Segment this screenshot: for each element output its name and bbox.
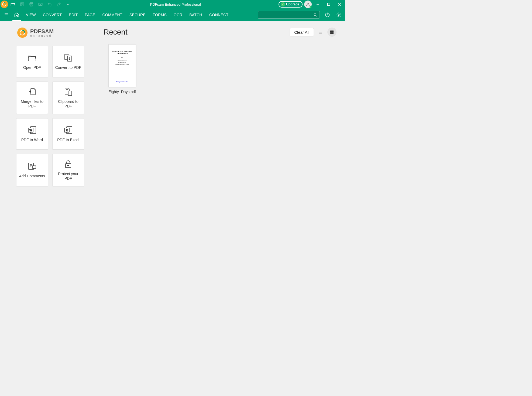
thumb-publisher: Elegant Ebooks <box>116 81 128 83</box>
menu-view[interactable]: VIEW <box>23 11 39 19</box>
action-label: Add Comments <box>19 174 45 179</box>
recent-grid: AROUND THE WORLD IN EIGHTY DAYS BY JULES… <box>104 44 337 94</box>
action-pdf-to-excel[interactable]: X PDF to Excel <box>52 118 84 150</box>
action-pdf-to-word[interactable]: W PDF to Word <box>16 118 48 150</box>
help-icon[interactable] <box>322 10 332 20</box>
email-icon[interactable] <box>36 0 45 9</box>
svg-point-6 <box>307 3 308 4</box>
upgrade-label: Upgrade <box>286 2 299 6</box>
menu-batch[interactable]: BATCH <box>187 11 205 19</box>
menu-secure[interactable]: SECURE <box>127 11 148 19</box>
menu-edit[interactable]: EDIT <box>66 11 80 19</box>
excel-icon: X <box>63 125 73 135</box>
action-convert-to-pdf[interactable]: Convert to PDF <box>52 46 84 77</box>
close-button[interactable] <box>335 0 344 9</box>
convert-icon <box>64 53 73 63</box>
svg-rect-4 <box>30 5 32 6</box>
comments-icon <box>27 161 37 171</box>
clipboard-icon <box>64 87 73 97</box>
action-open-pdf[interactable]: Open PDF <box>16 46 48 77</box>
svg-text:W: W <box>29 129 32 132</box>
redo-icon[interactable] <box>54 0 63 9</box>
menu-comment[interactable]: COMMENT <box>99 11 125 19</box>
svg-line-13 <box>316 16 317 16</box>
check-icon: ✓ <box>281 2 285 6</box>
search-box[interactable] <box>258 11 320 19</box>
folder-open-icon <box>28 53 37 63</box>
brand-name: PDFSAM <box>30 28 54 35</box>
recent-header: Recent Clear All <box>104 28 337 37</box>
home-tab[interactable] <box>11 9 22 21</box>
save-icon[interactable] <box>18 0 26 9</box>
clear-all-button[interactable]: Clear All <box>290 28 314 36</box>
account-avatar[interactable] <box>304 1 312 8</box>
action-protect-pdf[interactable]: ** Protect your PDF <box>52 154 84 186</box>
app-logo-icon <box>1 1 8 8</box>
thumb-by: BY <box>121 57 123 58</box>
svg-point-12 <box>314 13 316 16</box>
open-file-icon[interactable] <box>9 0 17 9</box>
menu-ocr[interactable]: OCR <box>171 11 185 19</box>
svg-rect-1 <box>20 3 24 6</box>
doc-thumbnail: AROUND THE WORLD IN EIGHTY DAYS BY JULES… <box>108 44 136 87</box>
chevron-down-icon[interactable] <box>64 0 72 9</box>
menu-items: VIEW CONVERT EDIT PAGE COMMENT SECURE FO… <box>23 11 231 19</box>
action-add-comments[interactable]: Add Comments <box>16 154 48 186</box>
grid-view-toggle[interactable] <box>327 28 337 37</box>
upgrade-button[interactable]: ✓ Upgrade <box>279 1 303 8</box>
print-icon[interactable] <box>27 0 36 9</box>
menu-connect[interactable]: CONNECT <box>207 11 231 19</box>
svg-rect-18 <box>67 56 72 61</box>
maximize-button[interactable] <box>324 0 333 9</box>
minimize-button[interactable] <box>313 0 322 9</box>
merge-icon <box>28 87 36 97</box>
undo-icon[interactable] <box>45 0 54 9</box>
settings-icon[interactable] <box>334 10 344 20</box>
action-label: PDF to Excel <box>57 138 79 143</box>
action-label: PDF to Word <box>21 138 43 143</box>
search-input[interactable] <box>260 13 313 17</box>
brand-logo-icon <box>17 28 28 38</box>
action-grid: Open PDF Convert to PDF Merge files to P… <box>16 46 87 186</box>
menu-convert[interactable]: CONVERT <box>40 11 64 19</box>
thumb-translator: GEORGE MAKEPEACE TOWLE <box>115 64 129 65</box>
thumb-trans-label: TRANSLATED BY <box>118 62 126 63</box>
status-dot-icon <box>310 6 312 8</box>
hamburger-menu-icon[interactable] <box>2 10 11 20</box>
thumb-title: AROUND THE WORLD IN EIGHTY DAYS <box>111 50 133 55</box>
titlebar: PDFsam Enhanced Professional ✓ Upgrade <box>0 0 345 9</box>
action-label: Convert to PDF <box>55 65 81 70</box>
action-label: Open PDF <box>23 65 41 70</box>
thumb-author: JULES VERNE <box>118 59 127 61</box>
action-label: Merge files to PDF <box>18 99 46 109</box>
recent-area: Recent Clear All AROUND THE WORLD IN EIG… <box>104 28 337 257</box>
recent-doc[interactable]: AROUND THE WORLD IN EIGHTY DAYS BY JULES… <box>107 44 137 94</box>
menu-forms[interactable]: FORMS <box>150 11 169 19</box>
main-area: PDFSAM enhanced Open PDF Convert to PDF <box>0 21 345 257</box>
svg-point-15 <box>338 14 339 16</box>
svg-rect-40 <box>330 31 332 32</box>
menubar: VIEW CONVERT EDIT PAGE COMMENT SECURE FO… <box>0 9 345 21</box>
svg-rect-23 <box>68 91 72 96</box>
word-icon: W <box>27 125 37 135</box>
svg-text:X: X <box>66 129 68 132</box>
svg-rect-8 <box>328 3 330 6</box>
svg-rect-43 <box>332 32 334 34</box>
doc-filename: Eighty_Days.pdf <box>108 90 136 94</box>
menu-page[interactable]: PAGE <box>82 11 98 19</box>
app-title: PDFsam Enhanced Professional <box>72 2 279 6</box>
svg-rect-34 <box>32 166 36 168</box>
svg-text:**: ** <box>67 164 69 167</box>
search-icon <box>313 13 317 17</box>
action-clipboard-to-pdf[interactable]: Clipboard to PDF <box>52 82 84 114</box>
list-view-toggle[interactable] <box>316 28 325 37</box>
lock-icon: ** <box>64 159 72 169</box>
action-label: Protect your PDF <box>54 172 82 181</box>
svg-rect-41 <box>332 31 334 32</box>
svg-rect-42 <box>330 32 332 34</box>
branding: PDFSAM enhanced <box>17 28 87 38</box>
recent-title: Recent <box>104 28 128 36</box>
action-merge-files[interactable]: Merge files to PDF <box>16 82 48 114</box>
sidebar: PDFSAM enhanced Open PDF Convert to PDF <box>16 28 87 257</box>
action-label: Clipboard to PDF <box>54 99 82 109</box>
